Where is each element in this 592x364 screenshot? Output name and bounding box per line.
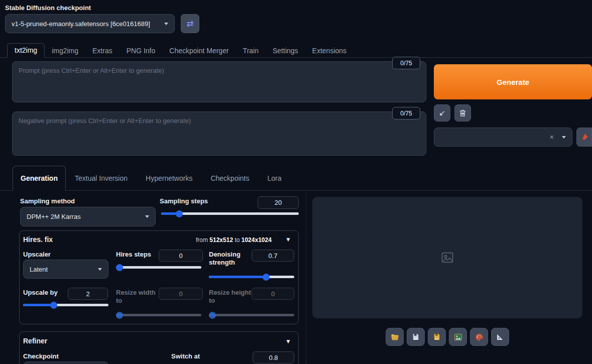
resize-height-slider xyxy=(209,314,294,316)
negative-prompt-token-counter: 0/75 xyxy=(392,107,420,119)
upscale-by-input[interactable] xyxy=(68,288,108,300)
res-from-word: from xyxy=(196,236,208,244)
send-to-extras-button[interactable] xyxy=(491,328,509,346)
resize-width-label: Resize width to xyxy=(116,289,161,305)
archive-icon xyxy=(432,332,441,341)
edit-styles-button[interactable] xyxy=(576,128,592,147)
denoising-strength-input[interactable] xyxy=(252,250,294,262)
subtab-hypernetworks[interactable]: Hypernetworks xyxy=(137,174,201,182)
slider-handle[interactable] xyxy=(176,210,183,217)
refiner-checkpoint-label: Checkpoint xyxy=(23,352,59,360)
paste-params-button[interactable]: ↙ xyxy=(434,104,450,122)
hires-collapse-icon[interactable]: ▼ xyxy=(285,236,291,243)
output-gallery xyxy=(312,197,582,318)
sampling-steps-label: Sampling steps xyxy=(160,197,208,205)
refresh-checkpoint-button[interactable]: ⇄ xyxy=(181,14,199,33)
subtab-row: Textual Inversion Hypernetworks Checkpoi… xyxy=(66,166,291,190)
send-to-img2img-button[interactable] xyxy=(449,328,467,346)
chevron-down-icon xyxy=(164,23,168,25)
tab-txt2img[interactable]: txt2img xyxy=(7,43,45,58)
checkpoint-value: v1-5-pruned-emaonly.safetensors [6ce0161… xyxy=(12,20,150,28)
checkpoint-dropdown[interactable]: v1-5-pruned-emaonly.safetensors [6ce0161… xyxy=(5,14,175,33)
slider-handle[interactable] xyxy=(50,302,57,309)
res-to-value: 1024x1024 xyxy=(242,236,272,244)
chevron-down-icon xyxy=(145,215,149,218)
chevron-down-icon xyxy=(562,136,566,139)
switch-at-input[interactable] xyxy=(253,351,294,363)
refresh-icon: ⇄ xyxy=(186,19,193,29)
subtab-generation[interactable]: Generation xyxy=(13,166,66,191)
styles-dropdown[interactable]: × xyxy=(434,128,572,147)
chevron-down-icon xyxy=(98,268,102,271)
tab-img2img[interactable]: img2img xyxy=(45,44,85,58)
trash-icon xyxy=(458,109,467,117)
slider-handle xyxy=(209,312,216,319)
folder-icon xyxy=(390,332,400,342)
subtab-divider xyxy=(0,190,592,191)
paintbrush-icon xyxy=(580,133,589,142)
tab-extensions[interactable]: Extensions xyxy=(305,44,353,58)
save-image-button[interactable] xyxy=(407,328,425,346)
prompt-token-counter: 0/75 xyxy=(392,57,420,69)
prompt-input[interactable] xyxy=(12,61,426,102)
arrow-down-left-icon: ↙ xyxy=(439,108,445,117)
tab-extras[interactable]: Extras xyxy=(85,44,120,58)
resize-height-input[interactable] xyxy=(252,288,294,300)
upscaler-dropdown[interactable]: Latent xyxy=(23,260,108,279)
clear-prompt-button[interactable] xyxy=(454,104,471,122)
hires-fix-title[interactable]: Hires. fix xyxy=(23,235,53,245)
denoising-strength-slider[interactable] xyxy=(209,276,294,278)
slider-handle xyxy=(116,312,123,319)
subtab-lora[interactable]: Lora xyxy=(258,174,290,182)
gallery-button-row xyxy=(386,328,509,346)
resize-width-input[interactable] xyxy=(159,288,203,300)
res-to-word: to xyxy=(234,236,240,244)
sampling-method-label: Sampling method xyxy=(20,197,75,205)
sampling-steps-input[interactable] xyxy=(258,196,299,209)
sampling-method-value: DPM++ 2M Karras xyxy=(27,213,81,220)
hires-steps-slider[interactable] xyxy=(116,266,201,269)
sampling-method-dropdown[interactable]: DPM++ 2M Karras xyxy=(20,207,156,226)
image-placeholder-icon xyxy=(440,251,454,265)
sampling-steps-slider[interactable] xyxy=(161,212,299,215)
checkpoint-label: Stable Diffusion checkpoint xyxy=(5,4,91,12)
column-divider xyxy=(306,193,306,364)
upscaler-value: Latent xyxy=(30,266,48,273)
negative-prompt-input[interactable] xyxy=(12,111,426,156)
upscale-by-slider[interactable] xyxy=(23,304,108,306)
subtab-checkpoints[interactable]: Checkpoints xyxy=(201,174,258,182)
refiner-checkpoint-dropdown[interactable] xyxy=(23,361,108,364)
resize-height-label: Resize height to xyxy=(209,289,254,305)
refiner-collapse-icon[interactable]: ▼ xyxy=(285,338,291,345)
palette-icon xyxy=(475,332,484,342)
slider-handle[interactable] xyxy=(116,264,123,271)
switch-at-label: Switch at xyxy=(171,352,200,360)
main-tabbar: txt2img img2img Extras PNG Info Checkpoi… xyxy=(7,43,353,58)
clear-styles-icon[interactable]: × xyxy=(550,133,554,141)
floppy-disk-icon xyxy=(411,332,420,341)
picture-icon xyxy=(453,332,463,342)
open-folder-button[interactable] xyxy=(386,328,404,346)
tab-settings[interactable]: Settings xyxy=(266,44,305,58)
resize-width-slider xyxy=(116,314,201,316)
save-zip-button[interactable] xyxy=(428,328,446,346)
generate-button[interactable]: Generate xyxy=(434,64,592,99)
ruler-icon xyxy=(496,332,505,341)
styles-dropdown-controls: × xyxy=(550,133,566,141)
send-to-inpaint-button[interactable] xyxy=(470,328,488,346)
denoising-strength-label: Denoising strength xyxy=(209,251,250,267)
upscaler-label: Upscaler xyxy=(23,251,51,259)
tab-train[interactable]: Train xyxy=(236,44,266,58)
slider-handle[interactable] xyxy=(263,274,270,281)
res-from-value: 512x512 xyxy=(209,236,233,244)
hires-steps-label: Hires steps xyxy=(116,251,151,259)
tab-checkpoint-merger[interactable]: Checkpoint Merger xyxy=(162,44,235,58)
tab-png-info[interactable]: PNG Info xyxy=(120,44,163,58)
app-window: Stable Diffusion checkpoint v1-5-pruned-… xyxy=(0,0,592,364)
refiner-title[interactable]: Refiner xyxy=(23,337,47,346)
hires-resolution-note: from 512x512 to 1024x1024 xyxy=(196,236,272,244)
upscale-by-label: Upscale by xyxy=(23,289,58,297)
hires-steps-input[interactable] xyxy=(159,250,203,262)
subtab-textual-inversion[interactable]: Textual Inversion xyxy=(66,174,137,182)
